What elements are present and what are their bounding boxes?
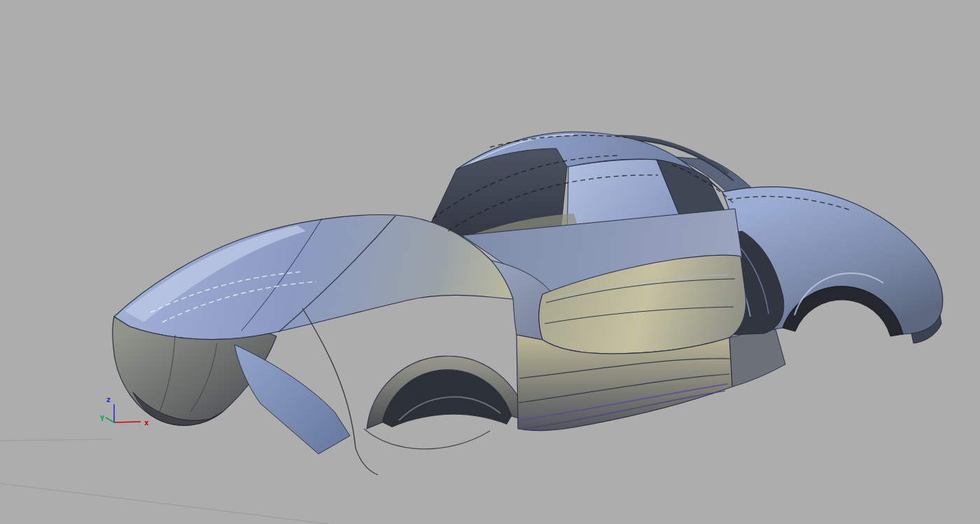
y-axis-label: Y <box>99 414 104 423</box>
z-axis-label: z <box>106 395 111 404</box>
x-axis-label: x <box>144 418 149 427</box>
cad-3d-viewport[interactable]: z Y x <box>0 0 980 524</box>
x-axis-line <box>114 422 141 422</box>
